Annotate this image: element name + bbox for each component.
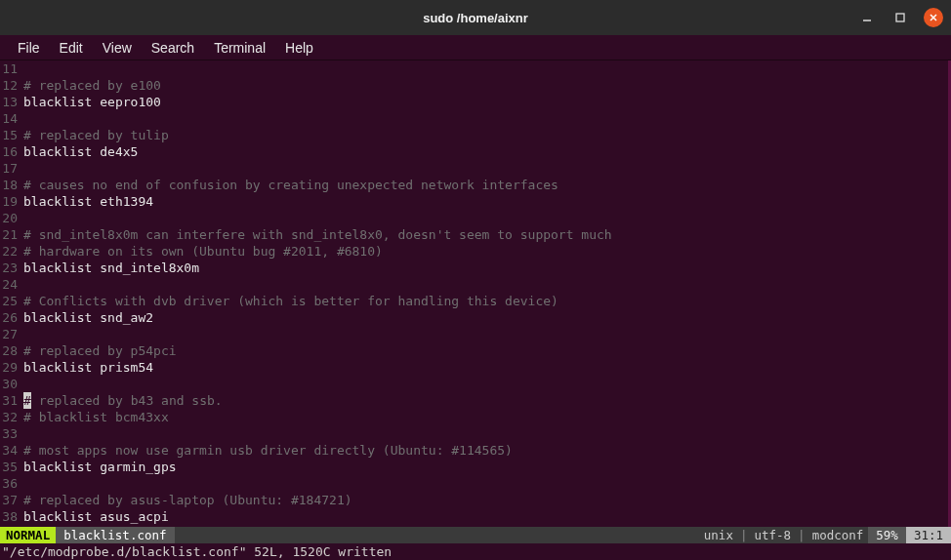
code-content: # replaced by p54pci bbox=[23, 342, 948, 359]
code-content: # replaced by asus-laptop (Ubuntu: #1847… bbox=[23, 492, 948, 508]
line-number: 34 bbox=[0, 442, 23, 459]
line-number: 29 bbox=[0, 359, 23, 376]
line-number: 22 bbox=[0, 243, 23, 260]
line-number: 17 bbox=[0, 160, 23, 177]
filename-segment: blacklist.conf bbox=[56, 527, 174, 543]
code-line: 19blacklist eth1394 bbox=[0, 193, 948, 210]
code-line: 29blacklist prism54 bbox=[0, 359, 948, 376]
line-number: 31 bbox=[0, 392, 23, 409]
code-line: 25# Conflicts with dvb driver (which is … bbox=[0, 293, 948, 309]
code-line: 32# blacklist bcm43xx bbox=[0, 409, 948, 425]
code-content: # most apps now use garmin usb driver di… bbox=[23, 442, 948, 459]
cursor: # bbox=[23, 392, 31, 409]
line-number: 16 bbox=[0, 143, 23, 160]
line-number: 14 bbox=[0, 110, 23, 127]
editor-area[interactable]: 1112# replaced by e10013blacklist eepro1… bbox=[0, 60, 951, 527]
code-content bbox=[23, 326, 948, 342]
menu-help[interactable]: Help bbox=[275, 37, 323, 59]
minimize-button[interactable] bbox=[857, 8, 877, 27]
line-number: 11 bbox=[0, 60, 23, 77]
code-content: # replaced by tulip bbox=[23, 127, 948, 143]
code-content: blacklist asus_acpi bbox=[23, 508, 948, 525]
code-content: # causes no end of confusion by creating… bbox=[23, 177, 948, 193]
code-line: 12# replaced by e100 bbox=[0, 77, 948, 94]
code-content bbox=[23, 160, 948, 177]
line-number: 27 bbox=[0, 326, 23, 342]
message-line: "/etc/modprobe.d/blacklist.conf" 52L, 15… bbox=[0, 543, 951, 560]
code-line: 36 bbox=[0, 475, 948, 492]
maximize-button[interactable] bbox=[890, 8, 910, 27]
line-number: 28 bbox=[0, 342, 23, 359]
code-content bbox=[23, 110, 948, 127]
code-content: blacklist snd_intel8x0m bbox=[23, 260, 948, 276]
svg-rect-1 bbox=[896, 14, 904, 21]
code-line: 16blacklist de4x5 bbox=[0, 143, 948, 160]
separator: | bbox=[738, 527, 750, 543]
code-line: 34# most apps now use garmin usb driver … bbox=[0, 442, 948, 459]
code-line: 35blacklist garmin_gps bbox=[0, 459, 948, 475]
line-number: 19 bbox=[0, 193, 23, 210]
line-number: 18 bbox=[0, 177, 23, 193]
code-content bbox=[23, 276, 948, 293]
code-content bbox=[23, 376, 948, 392]
maximize-icon bbox=[894, 12, 906, 23]
code-line: 22# hardware on its own (Ubuntu bug #201… bbox=[0, 243, 948, 260]
code-line: 27 bbox=[0, 326, 948, 342]
menu-view[interactable]: View bbox=[93, 37, 142, 59]
code-content: blacklist de4x5 bbox=[23, 143, 948, 160]
code-line: 18# causes no end of confusion by creati… bbox=[0, 177, 948, 193]
menu-search[interactable]: Search bbox=[142, 37, 204, 59]
code-line: 26blacklist snd_aw2 bbox=[0, 309, 948, 326]
line-number: 30 bbox=[0, 376, 23, 392]
code-line: 23blacklist snd_intel8x0m bbox=[0, 260, 948, 276]
code-content: blacklist eth1394 bbox=[23, 193, 948, 210]
code-content bbox=[23, 475, 948, 492]
code-content: # replaced by b43 and ssb. bbox=[23, 392, 948, 409]
code-line: 11 bbox=[0, 60, 948, 77]
mode-indicator: NORMAL bbox=[0, 527, 56, 543]
menu-edit[interactable]: Edit bbox=[50, 37, 93, 59]
menu-terminal[interactable]: Terminal bbox=[204, 37, 275, 59]
line-number: 33 bbox=[0, 425, 23, 442]
code-line: 15# replaced by tulip bbox=[0, 127, 948, 143]
code-content: blacklist garmin_gps bbox=[23, 459, 948, 475]
line-number: 37 bbox=[0, 492, 23, 508]
line-number: 23 bbox=[0, 260, 23, 276]
position-segment: 31:1 bbox=[906, 527, 951, 543]
code-line: 13blacklist eepro100 bbox=[0, 94, 948, 110]
line-number: 35 bbox=[0, 459, 23, 475]
encoding-segment: utf-8 bbox=[749, 527, 796, 543]
line-number: 21 bbox=[0, 226, 23, 243]
code-line: 38blacklist asus_acpi bbox=[0, 508, 948, 525]
code-line: 28# replaced by p54pci bbox=[0, 342, 948, 359]
close-button[interactable] bbox=[924, 8, 943, 27]
separator: | bbox=[796, 527, 807, 543]
line-number: 36 bbox=[0, 475, 23, 492]
code-content: blacklist eepro100 bbox=[23, 94, 948, 110]
line-number: 26 bbox=[0, 309, 23, 326]
status-right: unix | utf-8 | modconf 59% 31:1 bbox=[699, 527, 951, 543]
filetype-segment: modconf bbox=[807, 527, 869, 543]
code-line: 37# replaced by asus-laptop (Ubuntu: #18… bbox=[0, 492, 948, 508]
line-number: 24 bbox=[0, 276, 23, 293]
code-content: # blacklist bcm43xx bbox=[23, 409, 948, 425]
code-line: 14 bbox=[0, 110, 948, 127]
code-line: 24 bbox=[0, 276, 948, 293]
line-number: 13 bbox=[0, 94, 23, 110]
fileformat-segment: unix bbox=[699, 527, 738, 543]
code-line: 17 bbox=[0, 160, 948, 177]
code-content bbox=[23, 60, 948, 77]
line-number: 15 bbox=[0, 127, 23, 143]
code-content: blacklist snd_aw2 bbox=[23, 309, 948, 326]
menubar: File Edit View Search Terminal Help bbox=[0, 35, 951, 60]
code-content: # snd_intel8x0m can interfere with snd_i… bbox=[23, 226, 948, 243]
percent-segment: 59% bbox=[868, 527, 906, 543]
code-content: # replaced by e100 bbox=[23, 77, 948, 94]
line-number: 20 bbox=[0, 210, 23, 226]
window-controls bbox=[857, 8, 943, 27]
line-number: 32 bbox=[0, 409, 23, 425]
menu-file[interactable]: File bbox=[8, 37, 50, 59]
code-line: 30 bbox=[0, 376, 948, 392]
minimize-icon bbox=[861, 12, 873, 23]
code-content: # Conflicts with dvb driver (which is be… bbox=[23, 293, 948, 309]
